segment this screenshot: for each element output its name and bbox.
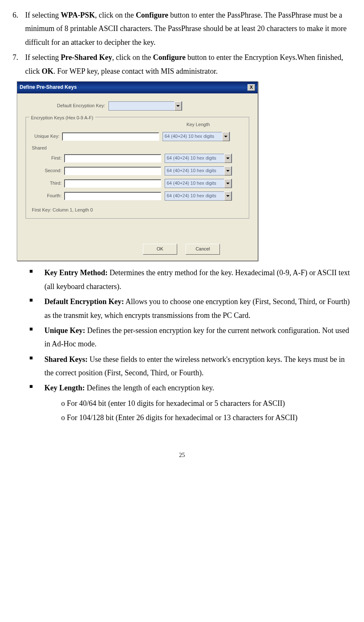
bullet-text: Defines the per-session encryption key f… [44,326,349,348]
text-bold: Configure [153,53,186,62]
cancel-button[interactable]: Cancel [186,244,220,255]
button-label: OK [157,245,163,253]
encryption-keys-fieldset: Encryption Keys (Hex 0-9 A-F) Key Length… [26,117,249,219]
bullet-content: Default Encryption Key: Allows you to ch… [44,295,351,322]
list-item-7: 7. If selecting Pre-Shared Key, click on… [13,51,351,78]
item-content: If selecting WPA-PSK, click on the Confi… [25,8,351,49]
square-bullet-icon: ■ [29,295,44,322]
square-bullet-icon: ■ [29,324,44,351]
third-key-row: Third: 64 (40+24) 10 hex digits [39,178,245,188]
bullet-title: Default Encryption Key: [44,297,124,306]
unique-key-label: Unique Key: [30,132,62,141]
text: , click on the [95,11,136,19]
sub-bullet-40-64: o For 40/64 bit (enter 10 digits for hex… [61,397,351,410]
third-key-length-dropdown[interactable]: 64 (40+24) 10 hex digits [165,179,232,188]
text-bold: OK [41,67,53,75]
text-bold: Configure [136,11,168,19]
text: If selecting [25,11,61,19]
text: If selecting [25,53,61,62]
fieldset-legend: Encryption Keys (Hex 0-9 A-F) [29,114,95,122]
dropdown-value: 64 (40+24) 10 hex digits [167,154,216,163]
bullet-content: Unique Key: Defines the per-session encr… [44,324,351,351]
dropdown-value: 64 (40+24) 10 hex digits [165,132,214,141]
third-key-input[interactable] [64,179,161,188]
square-bullet-icon: ■ [29,381,44,395]
second-key-length-dropdown[interactable]: 64 (40+24) 10 hex digits [165,166,232,176]
dialog-title: Define Pre-Shared Keys [20,83,77,92]
chevron-down-icon [224,154,232,163]
bullet-title: Shared Keys: [44,355,88,364]
unique-key-length-dropdown[interactable]: 64 (40+24) 10 hex digits [163,132,230,141]
bullet-title: Key Entry Method: [44,268,108,277]
square-bullet-icon: ■ [29,353,44,380]
chevron-down-icon [224,166,232,176]
bullet-text: Defines the length of each encryption ke… [85,384,214,392]
first-key-label: First: [39,154,64,163]
bullet-content: Shared Keys: Use these fields to enter t… [44,353,351,380]
item-number: 7. [13,51,25,78]
third-key-label: Third: [39,179,64,188]
close-icon: X [250,85,253,90]
text: , click on the [112,53,153,62]
bullet-shared-keys: ■ Shared Keys: Use these fields to enter… [29,353,351,380]
fourth-key-input[interactable] [64,192,161,200]
bullet-title: Key Length: [44,384,85,392]
dialog-titlebar: Define Pre-Shared Keys X [17,82,258,93]
ok-button[interactable]: OK [143,244,177,255]
default-encryption-row: Default Encryption Key: [51,101,249,111]
dropdown-value: 64 (40+24) 10 hex digits [167,179,216,188]
unique-key-row: Unique Key: 64 (40+24) 10 hex digits [30,132,245,142]
second-key-row: Second: 64 (40+24) 10 hex digits [39,166,245,176]
text-bold: WPA-PSK [61,11,95,19]
close-button[interactable]: X [248,84,255,91]
bullet-list: ■ Key Entry Method: Determines the entry… [29,266,351,424]
fourth-key-label: Fourth: [39,192,64,200]
second-key-label: Second: [39,167,64,175]
default-encryption-dropdown[interactable] [108,101,182,111]
default-encryption-label: Default Encryption Key: [51,102,108,110]
sub-bullet-104-128: o For 104/128 bit (Enter 26 digits for h… [61,411,351,424]
chevron-down-icon [222,132,230,141]
fourth-key-row: Fourth: 64 (40+24) 10 hex digits [39,191,245,201]
bullet-key-length: ■ Key Length: Defines the length of each… [29,381,351,395]
chevron-down-icon [174,101,182,111]
item-content: If selecting Pre-Shared Key, click on th… [25,51,351,78]
first-key-row: First: 64 (40+24) 10 hex digits [39,153,245,163]
bullet-title: Unique Key: [44,326,85,335]
button-label: Cancel [196,245,210,253]
define-keys-dialog: Define Pre-Shared Keys X Default Encrypt… [17,81,258,261]
page-number: 25 [13,450,351,460]
status-text: First Key: Column 1, Length 0 [32,206,245,214]
bullet-key-entry: ■ Key Entry Method: Determines the entry… [29,266,351,293]
dropdown-value: 64 (40+24) 10 hex digits [167,192,216,200]
bullet-text: Use these fields to enter the wireless n… [44,355,345,377]
bullet-default-encryption: ■ Default Encryption Key: Allows you to … [29,295,351,322]
dropdown-value: 64 (40+24) 10 hex digits [167,167,216,175]
unique-key-input[interactable] [62,132,159,141]
bullet-content: Key Length: Defines the length of each e… [44,381,351,395]
chevron-down-icon [224,191,232,201]
key-length-header: Key Length [152,121,245,129]
square-bullet-icon: ■ [29,266,44,293]
first-key-length-dropdown[interactable]: 64 (40+24) 10 hex digits [165,154,232,163]
chevron-down-icon [224,179,232,188]
shared-section-label: Shared [32,144,245,152]
first-key-input[interactable] [64,154,161,163]
second-key-input[interactable] [64,167,161,175]
bullet-unique-key: ■ Unique Key: Defines the per-session en… [29,324,351,351]
bullet-content: Key Entry Method: Determines the entry m… [44,266,351,293]
list-item-6: 6. If selecting WPA-PSK, click on the Co… [13,8,351,49]
dialog-button-row: OK Cancel [114,244,249,255]
item-number: 6. [13,8,25,49]
fourth-key-length-dropdown[interactable]: 64 (40+24) 10 hex digits [165,191,232,201]
text: . For WEP key, please contact with MIS a… [54,67,218,75]
text-bold: Pre-Shared Key [61,53,112,62]
dialog-body: Default Encryption Key: Encryption Keys … [17,93,258,261]
